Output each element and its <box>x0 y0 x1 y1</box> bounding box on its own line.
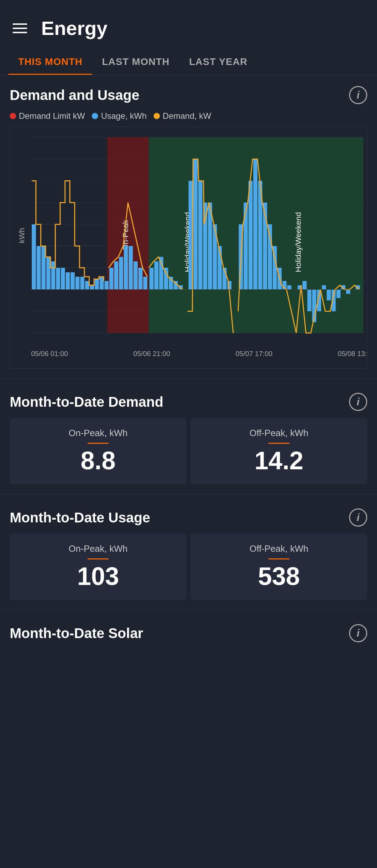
usage-on-peak-value: 103 <box>77 564 119 589</box>
tab-last-month[interactable]: LAST MONTH <box>92 49 179 74</box>
svg-rect-44 <box>119 257 123 289</box>
demand-off-peak-label: Off-Peak, kWh <box>250 428 309 439</box>
legend-demand: Demand, kW <box>154 111 211 121</box>
svg-rect-79 <box>287 285 291 289</box>
svg-rect-60 <box>193 159 198 289</box>
svg-rect-91 <box>346 290 350 294</box>
demand-on-peak-card: On-Peak, kWh 8.8 <box>10 418 186 484</box>
demand-on-peak-underline <box>88 443 109 444</box>
page-title: Energy <box>41 17 108 39</box>
svg-rect-46 <box>129 246 133 290</box>
month-to-date-demand-title: Month-to-Date Demand <box>10 394 163 410</box>
svg-rect-29 <box>46 257 51 289</box>
svg-rect-70 <box>244 203 248 290</box>
legend-usage: Usage, kWh <box>92 111 147 121</box>
demand-stats-grid: On-Peak, kWh 8.8 Off-Peak, kWh 14.2 <box>10 418 367 484</box>
y-axis-label: kWh <box>17 228 27 243</box>
tab-bar: THIS MONTH LAST MONTH LAST YEAR <box>0 49 377 75</box>
demand-usage-title: Demand and Usage <box>10 87 139 103</box>
legend-dot-demand-limit <box>10 113 16 119</box>
legend-dot-usage <box>92 113 98 119</box>
hamburger-menu-button[interactable] <box>13 23 27 33</box>
usage-on-peak-underline <box>88 558 109 559</box>
month-to-date-demand-info-button[interactable]: i <box>349 393 367 411</box>
month-to-date-solar-info-button[interactable]: i <box>349 624 367 642</box>
month-to-date-solar-title: Month-to-Date Solar <box>10 625 143 641</box>
svg-rect-52 <box>159 257 163 289</box>
svg-rect-31 <box>56 268 60 289</box>
svg-rect-30 <box>51 261 56 290</box>
demand-off-peak-card: Off-Peak, kWh 14.2 <box>191 418 367 484</box>
svg-rect-89 <box>337 290 341 298</box>
chart-legend: Demand Limit kW Usage, kWh Demand, kW <box>10 111 367 121</box>
usage-off-peak-card: Off-Peak, kWh 538 <box>191 534 367 600</box>
month-to-date-solar-header: Month-to-Date Solar i <box>10 624 367 642</box>
month-to-date-demand-header: Month-to-Date Demand i <box>10 393 367 411</box>
chart-area: kWh 14 12 10 8 6 4 <box>31 130 363 347</box>
demand-off-peak-underline <box>268 443 289 444</box>
usage-off-peak-underline <box>268 558 289 559</box>
svg-rect-36 <box>80 277 84 290</box>
svg-rect-51 <box>154 261 158 290</box>
svg-rect-33 <box>66 272 70 289</box>
demand-usage-chart: kWh 14 12 10 8 6 4 <box>10 126 367 369</box>
usage-on-peak-label: On-Peak, kWh <box>68 543 127 554</box>
svg-rect-83 <box>307 290 311 311</box>
tab-last-year[interactable]: LAST YEAR <box>179 49 257 74</box>
demand-on-peak-label: On-Peak, kWh <box>68 428 127 439</box>
chart-svg: 14 12 10 8 6 4 2 0 -2 -4 <box>31 130 363 347</box>
svg-text:Holiday/Weekend: Holiday/Weekend <box>294 212 303 272</box>
month-to-date-usage-title: Month-to-Date Usage <box>10 510 150 526</box>
svg-rect-45 <box>124 246 128 290</box>
month-to-date-usage-info-button[interactable]: i <box>349 508 367 527</box>
svg-rect-35 <box>75 277 80 290</box>
demand-usage-header: Demand and Usage i <box>10 86 367 104</box>
svg-rect-26 <box>32 224 36 290</box>
svg-rect-43 <box>114 261 118 290</box>
svg-rect-72 <box>253 159 258 289</box>
usage-off-peak-label: Off-Peak, kWh <box>250 543 309 554</box>
legend-dot-demand <box>154 113 160 119</box>
svg-rect-28 <box>42 246 46 290</box>
svg-rect-86 <box>322 285 326 289</box>
demand-on-peak-value: 8.8 <box>81 448 116 473</box>
svg-rect-49 <box>143 277 147 290</box>
svg-rect-38 <box>90 285 94 289</box>
tab-this-month[interactable]: THIS MONTH <box>8 49 92 74</box>
legend-demand-limit: Demand Limit kW <box>10 111 85 121</box>
month-to-date-usage-section: Month-to-Date Usage i On-Peak, kWh 103 O… <box>0 497 377 607</box>
svg-rect-39 <box>95 279 99 290</box>
svg-rect-61 <box>198 181 202 289</box>
svg-rect-32 <box>61 268 65 289</box>
header: Energy <box>0 0 377 49</box>
svg-rect-71 <box>249 181 253 289</box>
svg-rect-87 <box>327 290 331 301</box>
svg-rect-50 <box>149 268 154 289</box>
x-axis-labels: 05/06 01:00 05/06 21:00 05/07 17:00 05/0… <box>10 347 367 358</box>
svg-rect-47 <box>134 261 138 290</box>
svg-rect-40 <box>99 277 104 290</box>
usage-off-peak-value: 538 <box>258 564 300 589</box>
svg-rect-27 <box>37 246 41 290</box>
svg-rect-48 <box>138 268 142 289</box>
usage-stats-grid: On-Peak, kWh 103 Off-Peak, kWh 538 <box>10 534 367 600</box>
usage-on-peak-card: On-Peak, kWh 103 <box>10 534 186 600</box>
svg-rect-75 <box>268 224 272 290</box>
demand-usage-info-button[interactable]: i <box>349 86 367 104</box>
month-to-date-demand-section: Month-to-Date Demand i On-Peak, kWh 8.8 … <box>0 382 377 491</box>
demand-usage-section: Demand and Usage i Demand Limit kW Usage… <box>0 75 377 376</box>
month-to-date-usage-header: Month-to-Date Usage i <box>10 508 367 527</box>
month-to-date-solar-section: Month-to-Date Solar i <box>0 613 377 656</box>
svg-rect-42 <box>109 268 113 289</box>
svg-rect-41 <box>104 281 109 290</box>
svg-rect-34 <box>71 272 75 289</box>
demand-off-peak-value: 14.2 <box>254 448 303 473</box>
svg-rect-37 <box>85 281 89 290</box>
svg-rect-82 <box>302 281 306 290</box>
